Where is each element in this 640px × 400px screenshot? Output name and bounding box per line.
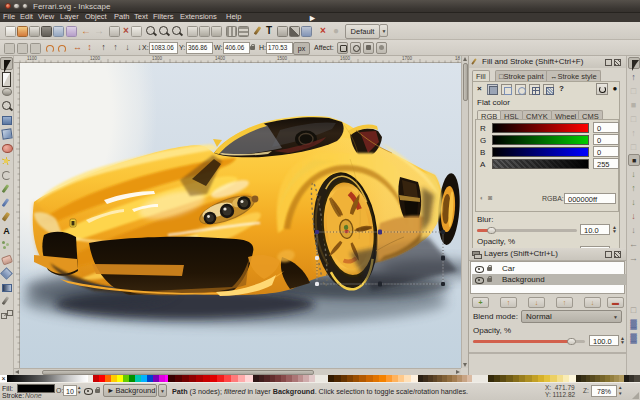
svg-text:1700: 1700	[402, 56, 413, 61]
svg-text:1100: 1100	[27, 56, 37, 61]
svg-text:1200: 1200	[90, 56, 101, 61]
svg-text:18: 18	[455, 56, 461, 61]
svg-text:1500: 1500	[277, 56, 288, 61]
svg-text:1600: 1600	[340, 56, 351, 61]
svg-text:1300: 1300	[152, 56, 163, 61]
svg-text:1400: 1400	[215, 56, 226, 61]
